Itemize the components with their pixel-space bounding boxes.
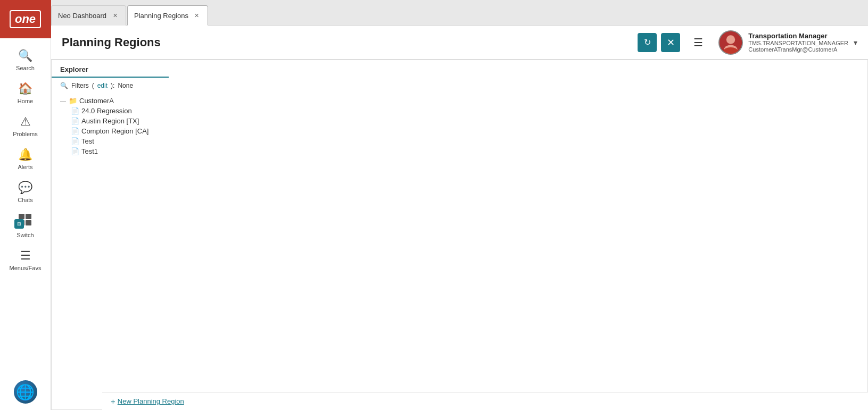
close-page-button[interactable]: ✕ — [661, 33, 680, 52]
tab-planning-regions[interactable]: Planning Regions ✕ — [127, 5, 208, 26]
tab-neo-dashboard[interactable]: Neo Dashboard ✕ — [51, 5, 126, 26]
file-icon: 📄 — [71, 117, 79, 125]
logo-text: one — [10, 10, 41, 28]
tab-neo-dashboard-close[interactable]: ✕ — [111, 12, 119, 20]
content-area: Explorer 🔍 Filters ( edit ): None — 📁 Cu… — [51, 60, 868, 410]
main-area: Neo Dashboard ✕ Planning Regions ✕ Plann… — [51, 0, 868, 410]
list-item[interactable]: 📄 Test1 — [71, 146, 859, 156]
svg-rect-0 — [19, 214, 24, 219]
sidebar-item-label-alerts: Alerts — [18, 164, 32, 170]
tab-planning-regions-close[interactable]: ✕ — [193, 11, 201, 20]
tree-item-label: Austin Region [TX] — [81, 117, 139, 125]
user-email: CustomerATransMgr@CustomerA — [748, 46, 848, 53]
tab-planning-regions-label: Planning Regions — [134, 12, 188, 20]
user-info[interactable]: Transportation Manager TMS.TRANSPORTATIO… — [718, 30, 857, 55]
tree-item-label: Test — [81, 137, 94, 145]
page-title: Planning Regions — [62, 36, 638, 49]
tab-bar: Neo Dashboard ✕ Planning Regions ✕ — [51, 0, 868, 26]
switch-badge: ⊞ — [14, 219, 24, 229]
close-icon: ✕ — [667, 37, 675, 48]
tree-item-label: Compton Region [CA] — [81, 127, 148, 135]
footer-bar: + New Planning Region — [102, 392, 868, 410]
avatar — [718, 30, 743, 55]
list-item[interactable]: 📄 Compton Region [CA] — [71, 126, 859, 136]
tree-collapse-icon[interactable]: — — [60, 98, 67, 104]
filter-label: Filters — [71, 82, 89, 89]
switch-icon: ⊞ — [19, 214, 32, 229]
chevron-down-icon[interactable]: ▾ — [854, 38, 857, 47]
tab-neo-dashboard-label: Neo Dashboard — [58, 12, 106, 20]
tree-root[interactable]: — 📁 CustomerA — [60, 96, 859, 106]
svg-rect-2 — [26, 214, 31, 219]
menu-button[interactable]: ☰ — [689, 33, 708, 52]
sidebar-item-switch[interactable]: ⊞ Switch — [0, 207, 51, 242]
app-logo[interactable]: one — [0, 0, 51, 38]
content-panel: Explorer 🔍 Filters ( edit ): None — 📁 Cu… — [51, 60, 868, 410]
sidebar-item-home[interactable]: 🏠 Home — [0, 76, 51, 108]
sidebar-item-label-switch: Switch — [16, 232, 34, 238]
tree-root-label: CustomerA — [79, 97, 114, 105]
sidebar-item-label-problems: Problems — [13, 131, 37, 137]
sidebar-nav: 🔍 Search 🏠 Home ⚠ Problems 🔔 Alerts 💬 Ch… — [0, 38, 51, 380]
list-item[interactable]: 📄 Austin Region [TX] — [71, 116, 859, 126]
folder-icon: 📁 — [69, 97, 77, 105]
menu-icon: ☰ — [693, 36, 703, 49]
chat-icon: 💬 — [18, 181, 32, 195]
hamburger-icon: ☰ — [20, 249, 31, 263]
sidebar-item-label-chats: Chats — [18, 197, 33, 203]
tree-item-label: 24.0 Regression — [81, 107, 132, 115]
list-item[interactable]: 📄 24.0 Regression — [71, 106, 859, 116]
list-item[interactable]: 📄 Test — [71, 136, 859, 146]
file-icon: 📄 — [71, 107, 79, 115]
filter-edit-link[interactable]: edit — [97, 82, 108, 89]
user-details: Transportation Manager TMS.TRANSPORTATIO… — [748, 32, 848, 53]
content-wrapper: Explorer 🔍 Filters ( edit ): None — 📁 Cu… — [51, 60, 868, 410]
bell-icon: 🔔 — [18, 148, 32, 162]
sidebar-item-label-home: Home — [18, 98, 33, 104]
new-planning-region-link[interactable]: New Planning Region — [118, 397, 184, 405]
tree-area: — 📁 CustomerA 📄 24.0 Regression 📄 Austin… — [52, 94, 867, 158]
file-icon: 📄 — [71, 137, 79, 145]
filter-icon: 🔍 — [60, 82, 68, 89]
sidebar: one 🔍 Search 🏠 Home ⚠ Problems 🔔 Alerts … — [0, 0, 51, 410]
refresh-icon: ↻ — [644, 37, 651, 47]
filter-paren-open: ( — [92, 82, 94, 89]
sidebar-item-label-menus: Menus/Favs — [10, 265, 42, 271]
filter-value: None — [118, 82, 133, 89]
svg-point-5 — [726, 35, 735, 44]
filter-row: 🔍 Filters ( edit ): None — [52, 78, 867, 94]
user-name: Transportation Manager — [748, 32, 848, 40]
warning-icon: ⚠ — [20, 115, 31, 129]
sidebar-item-alerts[interactable]: 🔔 Alerts — [0, 141, 51, 174]
globe-icon[interactable] — [14, 380, 37, 404]
search-icon: 🔍 — [18, 49, 32, 63]
sidebar-item-search[interactable]: 🔍 Search — [0, 43, 51, 76]
sidebar-item-menus-favs[interactable]: ☰ Menus/Favs — [0, 242, 51, 275]
sidebar-item-problems[interactable]: ⚠ Problems — [0, 108, 51, 141]
svg-rect-3 — [26, 220, 31, 225]
page-header: Planning Regions ↻ ✕ ☰ T — [51, 26, 868, 60]
sidebar-item-chats[interactable]: 💬 Chats — [0, 174, 51, 207]
header-actions: ↻ ✕ ☰ Transportation Manager TMS.T — [638, 30, 857, 55]
file-icon: 📄 — [71, 147, 79, 155]
user-role: TMS.TRANSPORTATION_MANAGER — [748, 40, 848, 46]
filter-paren-close: ): — [111, 82, 114, 89]
sidebar-bottom — [14, 380, 37, 404]
home-icon: 🏠 — [18, 82, 32, 96]
tree-children: 📄 24.0 Regression 📄 Austin Region [TX] 📄… — [71, 106, 859, 156]
new-plus-icon: + — [111, 397, 115, 406]
sidebar-item-label-search: Search — [16, 65, 35, 71]
refresh-button[interactable]: ↻ — [638, 33, 657, 52]
svg-point-6 — [724, 45, 738, 54]
tree-item-label: Test1 — [81, 147, 98, 155]
explorer-header: Explorer — [52, 60, 169, 78]
file-icon: 📄 — [71, 127, 79, 135]
